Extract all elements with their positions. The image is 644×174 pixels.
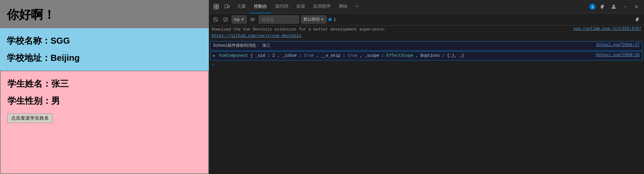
school-addr: 学校地址：Beijing [7, 52, 202, 64]
more-button[interactable]: ··· [620, 2, 630, 11]
tab-console[interactable]: 控制台 [250, 0, 271, 13]
svg-line-9 [214, 18, 217, 21]
svg-rect-2 [214, 7, 216, 9]
close-button[interactable]: ✕ [632, 2, 641, 11]
svg-rect-3 [217, 7, 219, 9]
student-gender-label: 学生性别： [7, 96, 51, 106]
school-addr-value: Beijing [51, 53, 80, 63]
page-title: 你好啊！ [7, 7, 202, 23]
eye-icon[interactable] [249, 15, 257, 24]
student-name: 学生姓名：张三 [7, 78, 201, 90]
console-row-vue-component: ▶ VueComponent { _uid : 2 , _isVue : tru… [210, 51, 643, 60]
tab-welcome[interactable]: 欢迎 [292, 0, 309, 13]
profile-button[interactable] [609, 2, 618, 11]
svg-point-12 [251, 18, 255, 21]
school-name: 学校名称：SGG [7, 35, 202, 47]
context-dropdown-label: top [234, 17, 240, 22]
tab-application[interactable]: 应用程序 [309, 0, 335, 13]
school-addr-label: 学校地址： [7, 53, 51, 63]
devtools-panel: 元素 控制台 源代码 欢迎 应用程序 网络 + 1 ··· [209, 0, 644, 174]
school-name-value: SGG [51, 36, 70, 46]
devtools-toolbar-right: 1 ··· ✕ [589, 2, 641, 11]
subtoolbar-right-settings [633, 15, 641, 24]
log-level-label: 默认级别 [303, 16, 320, 22]
title-section: 你好啊！ [0, 0, 209, 28]
student-section: 学生姓名：张三 学生性别：男 点击发送学生姓名 [0, 71, 209, 174]
svg-line-11 [224, 18, 227, 21]
tab-elements[interactable]: 元素 [233, 0, 250, 13]
tab-network[interactable]: 网络 [335, 0, 352, 13]
devtools-top-toolbar: 元素 控制台 源代码 欢迎 应用程序 网络 + 1 ··· [209, 0, 644, 13]
tab-sources[interactable]: 源代码 [271, 0, 292, 13]
block-icon[interactable] [222, 15, 230, 24]
notification-badge[interactable]: 1 [589, 4, 595, 10]
console-row-download: Download the Vue Devtools extension for … [209, 26, 644, 41]
svg-rect-0 [214, 4, 216, 6]
inspect-icon-button[interactable] [212, 2, 221, 11]
student-name-label: 学生姓名： [7, 79, 51, 89]
level-chevron-icon: ▼ [321, 18, 324, 21]
console-row-school-log: School组件接收到消息： 张三 School.vue?26b0:27 [210, 41, 643, 50]
student-gender: 学生性别：男 [7, 95, 201, 107]
download-link[interactable]: https://github.com/vuejs/vue-devtools [212, 34, 301, 38]
devtools-tabs: 元素 控制台 源代码 欢迎 应用程序 网络 + [233, 0, 588, 13]
student-name-value: 张三 [51, 79, 69, 89]
vue-component-file[interactable]: School.vue?26b0:28 [593, 53, 640, 57]
school-log-text: School组件接收到消息： 张三 [213, 43, 270, 48]
expand-arrow-icon[interactable]: ▶ [213, 54, 215, 58]
school-section: 学校名称：SGG 学校地址：Beijing [0, 28, 209, 71]
device-toggle-button[interactable] [222, 2, 232, 11]
send-student-name-button[interactable]: 点击发送学生姓名 [7, 114, 53, 123]
svg-point-7 [613, 5, 615, 7]
student-gender-value: 男 [51, 96, 60, 106]
download-message: Download the Vue Devtools extension for … [212, 27, 571, 39]
message-count: 1 [334, 17, 336, 22]
filter-input[interactable] [259, 15, 299, 24]
svg-rect-1 [217, 4, 219, 6]
svg-point-13 [252, 19, 253, 20]
blue-dot-indicator [328, 18, 332, 21]
clear-console-button[interactable] [212, 15, 220, 24]
dropdown-chevron-icon: ▼ [241, 18, 244, 21]
left-panel: 你好啊！ 学校名称：SGG 学校地址：Beijing 学生姓名：张三 学生性别：… [0, 0, 209, 174]
school-log-file1[interactable]: School.vue?26b0:27 [593, 43, 640, 47]
vue-component-output: ▶ VueComponent { _uid : 2 , _isVue : tru… [213, 53, 593, 59]
console-row-school-inner: School组件接收到消息： 张三 School.vue?26b0:27 [213, 43, 640, 49]
download-file-link[interactable]: vue.runtime.esm.js?c320:8767 [571, 27, 641, 31]
download-text: Download the Vue Devtools extension for … [212, 27, 386, 32]
console-settings-icon[interactable] [633, 15, 641, 24]
console-row-download-inner: Download the Vue Devtools extension for … [212, 27, 641, 39]
devtools-subtoolbar: top ▼ 默认级别 ▼ 1 [209, 13, 644, 26]
vue-component-text: VueComponent { _uid : 2 , _isVue : true … [219, 53, 464, 58]
school-name-label: 学校名称： [7, 36, 51, 46]
console-prompt[interactable]: > [209, 61, 644, 69]
school-log-message: School组件接收到消息： 张三 [213, 43, 593, 49]
context-dropdown[interactable]: top ▼ [232, 15, 247, 24]
settings-button[interactable] [598, 2, 607, 11]
console-output: Download the Vue Devtools extension for … [209, 26, 644, 174]
svg-rect-5 [228, 5, 229, 8]
log-level-dropdown[interactable]: 默认级别 ▼ [301, 15, 326, 24]
tab-plus[interactable]: + [352, 0, 362, 13]
console-row-vue-inner: ▶ VueComponent { _uid : 2 , _isVue : tru… [213, 53, 640, 59]
